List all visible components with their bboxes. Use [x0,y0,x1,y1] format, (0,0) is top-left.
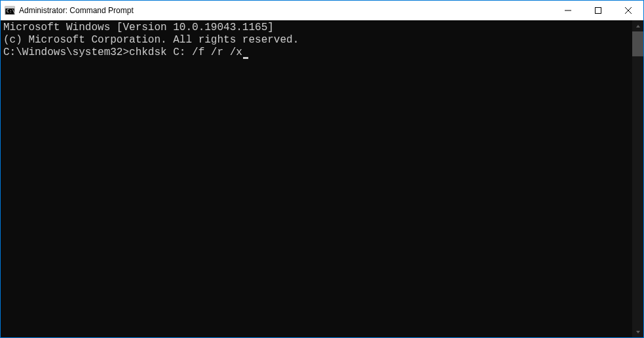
terminal-output[interactable]: Microsoft Windows [Version 10.0.19043.11… [1,20,632,337]
scrollbar-thumb[interactable] [632,31,643,56]
scroll-down-button[interactable] [632,326,643,337]
scrollbar-track[interactable] [632,31,643,326]
window-controls [553,1,643,20]
close-button[interactable] [613,1,643,20]
terminal-command: chkdsk C: /f /r /x [129,47,242,58]
command-prompt-window: C:\ Administrator: Command Prompt Micros… [0,0,644,338]
scroll-up-button[interactable] [632,20,643,31]
svg-marker-7 [636,25,640,28]
terminal-line: (c) Microsoft Corporation. All rights re… [3,34,632,47]
app-icon: C:\ [5,5,15,16]
svg-marker-8 [636,331,640,333]
minimize-button[interactable] [553,1,583,20]
terminal-line: Microsoft Windows [Version 10.0.19043.11… [3,22,632,34]
maximize-button[interactable] [583,1,613,20]
terminal-prompt: C:\Windows\system32> [3,47,129,58]
client-area: Microsoft Windows [Version 10.0.19043.11… [1,20,643,337]
svg-rect-4 [596,8,601,14]
vertical-scrollbar[interactable] [632,20,643,337]
titlebar[interactable]: C:\ Administrator: Command Prompt [1,1,643,20]
window-title: Administrator: Command Prompt [19,6,553,15]
terminal-cursor [243,57,248,59]
terminal-prompt-line: C:\Windows\system32>chkdsk C: /f /r /x [3,47,632,59]
svg-text:C:\: C:\ [7,9,15,14]
